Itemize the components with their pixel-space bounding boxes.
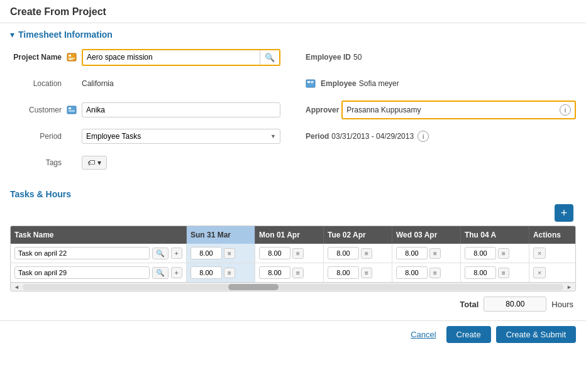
cancel-button[interactable]: Cancel (406, 326, 441, 343)
create-submit-button[interactable]: Create & Submit (496, 326, 576, 343)
tags-button[interactable]: 🏷 ▾ (82, 156, 107, 170)
employee-icon (306, 79, 318, 89)
approver-info-icon[interactable]: i (560, 104, 571, 116)
delete-row-btn-1[interactable]: × (533, 267, 546, 278)
thu-cell-1: ≡ (460, 263, 529, 283)
thu-input-1[interactable] (465, 266, 496, 279)
scroll-right-arrow[interactable]: ► (565, 284, 574, 290)
wed-cell-1: ≡ (392, 263, 460, 283)
tags-chevron: ▾ (97, 158, 101, 167)
project-label: Project Name (10, 53, 67, 62)
col-tue: Tue 02 Apr (323, 226, 392, 244)
task-add-btn-0[interactable]: + (171, 248, 182, 259)
wed-input-0[interactable] (396, 247, 428, 259)
form-area: Project Name 🔍 Location California Cu (0, 43, 586, 185)
svg-rect-6 (69, 111, 75, 111)
svg-rect-2 (69, 58, 75, 58)
project-name-field[interactable]: 🔍 (82, 49, 280, 66)
period-select-wrap[interactable]: Employee Tasks Weekly Monthly (82, 129, 280, 144)
sun-cell-1: ≡ (186, 263, 255, 283)
col-mon: Mon 01 Apr (255, 226, 323, 244)
sun-input-0[interactable] (191, 247, 222, 259)
tags-label: Tags (10, 158, 67, 167)
wed-cell-0: ≡ (392, 244, 460, 263)
svg-rect-7 (306, 80, 315, 87)
scrollbar-track[interactable] (23, 284, 563, 290)
customer-icon (67, 105, 79, 115)
total-row: Total Hours (10, 291, 576, 315)
table-header-row: Task Name Sun 31 Mar Mon 01 Apr Tue 02 A… (11, 226, 575, 244)
svg-rect-10 (311, 82, 313, 83)
tue-cell-0: ≡ (323, 244, 392, 263)
col-actions: Actions (529, 226, 575, 244)
mon-lines-btn-0[interactable]: ≡ (292, 248, 304, 259)
project-name-input[interactable] (83, 50, 260, 64)
period-info-icon[interactable]: i (417, 131, 429, 142)
approver-value: Prasanna Kuppusamy (346, 106, 421, 114)
tue-lines-btn-0[interactable]: ≡ (361, 248, 372, 259)
add-btn-row: + (10, 204, 576, 222)
sun-input-1[interactable] (191, 266, 222, 279)
tue-input-0[interactable] (328, 247, 359, 259)
svg-rect-9 (311, 81, 314, 82)
tasks-table-wrap: Task Name Sun 31 Mar Mon 01 Apr Tue 02 A… (10, 226, 576, 291)
thu-cell-0: ≡ (460, 244, 529, 263)
tue-lines-btn-1[interactable]: ≡ (361, 268, 372, 278)
employee-row: Employee Sofia meyer (306, 74, 576, 94)
thu-lines-btn-0[interactable]: ≡ (498, 248, 509, 259)
col-sun: Sun 31 Mar (186, 226, 255, 244)
thu-lines-btn-1[interactable]: ≡ (498, 268, 509, 278)
period-label-right: Period (306, 132, 329, 141)
tue-input-1[interactable] (328, 266, 359, 279)
period-value-right: 03/31/2013 - 04/29/2013 (331, 132, 414, 141)
mon-input-1[interactable] (259, 266, 290, 279)
thu-input-0[interactable] (465, 247, 496, 259)
task-input-0[interactable] (14, 247, 150, 259)
project-row: Project Name 🔍 (10, 47, 280, 67)
section-collapse-icon: ▾ (10, 30, 14, 40)
actions-cell-1: × (529, 263, 575, 283)
wed-input-1[interactable] (396, 266, 428, 279)
timesheet-section-header[interactable]: ▾ Timesheet Information (0, 23, 586, 43)
tasks-title: Tasks & Hours (10, 189, 576, 199)
customer-input[interactable] (82, 102, 280, 117)
total-label: Total (460, 300, 478, 309)
timesheet-section-title: Timesheet Information (18, 30, 113, 40)
mon-input-0[interactable] (259, 247, 290, 259)
horizontal-scrollbar[interactable]: ◄ ► (11, 282, 575, 291)
col-task-name: Task Name (11, 226, 186, 244)
actions-cell-0: × (529, 244, 575, 263)
task-cell-0: 🔍 + (11, 244, 186, 263)
task-add-btn-1[interactable]: + (171, 267, 182, 278)
approver-label: Approver (306, 106, 339, 114)
location-value: California (82, 79, 114, 88)
wed-lines-btn-1[interactable]: ≡ (429, 268, 441, 278)
total-input[interactable] (484, 297, 546, 312)
mon-lines-btn-1[interactable]: ≡ (292, 268, 304, 278)
task-search-btn-0[interactable]: 🔍 (152, 248, 169, 259)
approver-field[interactable]: Prasanna Kuppusamy i (341, 101, 576, 119)
task-input-1[interactable] (14, 266, 150, 279)
delete-row-btn-0[interactable]: × (533, 248, 546, 259)
col-wed: Wed 03 Apr (392, 226, 460, 244)
form-left: Project Name 🔍 Location California Cu (10, 47, 280, 179)
create-button[interactable]: Create (446, 326, 491, 343)
tag-icon: 🏷 (87, 158, 95, 167)
scroll-left-arrow[interactable]: ◄ (12, 284, 21, 290)
task-cell-1: 🔍 + (11, 263, 186, 283)
sun-lines-btn-1[interactable]: ≡ (224, 268, 235, 278)
page-title: Create From Project (0, 0, 586, 23)
total-unit: Hours (551, 300, 573, 309)
wed-lines-btn-0[interactable]: ≡ (429, 248, 441, 259)
project-search-button[interactable]: 🔍 (260, 50, 279, 65)
period-row-left: Period Employee Tasks Weekly Monthly (10, 126, 280, 146)
sun-lines-btn-0[interactable]: ≡ (224, 248, 235, 259)
mon-cell-0: ≡ (255, 244, 323, 263)
period-row-right: Period 03/31/2013 - 04/29/2013 i (306, 126, 576, 146)
scrollbar-thumb[interactable] (228, 284, 279, 290)
sun-cell-0: ≡ (186, 244, 255, 263)
project-icon (67, 52, 79, 62)
period-select[interactable]: Employee Tasks Weekly Monthly (82, 129, 280, 144)
task-search-btn-1[interactable]: 🔍 (152, 267, 169, 279)
add-row-button[interactable]: + (555, 204, 573, 222)
